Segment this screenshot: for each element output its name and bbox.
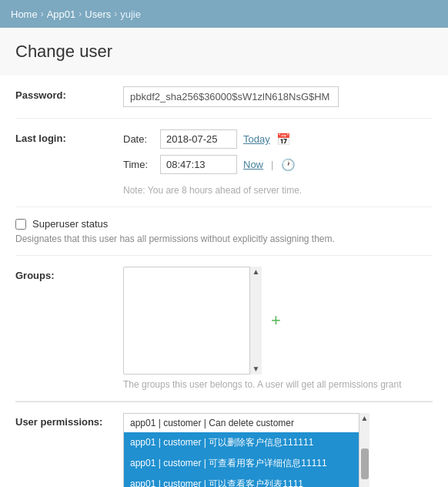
breadcrumb-sep-3: › xyxy=(114,8,117,19)
superuser-desc: Designates that this user has all permis… xyxy=(15,233,433,244)
groups-row: Groups: ▲ ▼ + The groups this user belon… xyxy=(15,256,433,401)
breadcrumb-bar: Home › App01 › Users › yujie xyxy=(0,0,448,28)
groups-label: Groups: xyxy=(15,267,123,281)
breadcrumb-current: yujie xyxy=(120,8,141,20)
time-row: Time: Now | 🕐 xyxy=(123,155,433,174)
time-input[interactable] xyxy=(160,155,237,174)
superuser-row: Superuser status Designates that this us… xyxy=(15,207,433,256)
groups-add-icon[interactable]: + xyxy=(271,311,281,331)
today-button[interactable]: Today xyxy=(243,133,270,145)
date-row: Date: Today 📅 xyxy=(123,129,433,149)
breadcrumb-home[interactable]: Home xyxy=(11,8,38,20)
perms-scroll-thumb xyxy=(361,448,369,479)
superuser-checkbox[interactable] xyxy=(15,219,26,230)
breadcrumb-app01[interactable]: App01 xyxy=(47,8,76,20)
permission-item[interactable]: app01 | customer | Can delete customer xyxy=(124,414,369,432)
user-permissions-label: User permissions: xyxy=(15,413,123,428)
page-title: Change user xyxy=(15,42,433,62)
date-time-block: Date: Today 📅 Time: Now | 🕐 Note: You ar… xyxy=(123,129,433,196)
groups-scroll-down[interactable]: ▼ xyxy=(252,365,260,373)
breadcrumb-sep-2: › xyxy=(79,8,82,19)
time-label: Time: xyxy=(123,159,154,170)
password-input[interactable] xyxy=(123,86,339,107)
permission-item[interactable]: app01 | customer | 可查看用客户详细信息11111 xyxy=(124,453,369,474)
password-label: Password: xyxy=(15,86,123,101)
groups-select-wrapper: ▲ ▼ xyxy=(123,267,262,374)
permission-item[interactable]: app01 | customer | 可以删除客户信息111111 xyxy=(124,432,369,453)
permissions-scrollbar[interactable]: ▲ ▼ xyxy=(359,413,369,487)
permission-item[interactable]: app01 | customer | 可以查看客户列表1111 xyxy=(124,474,369,487)
last-login-control: Date: Today 📅 Time: Now | 🕐 Note: You ar… xyxy=(123,129,433,196)
perms-scroll-up-button[interactable]: ▲ xyxy=(361,415,369,422)
server-time-note: Note: You are 8 hours ahead of server ti… xyxy=(123,185,433,196)
last-login-row: Last login: Date: Today 📅 Time: Now | 🕐 … xyxy=(15,119,433,207)
breadcrumb-sep-1: › xyxy=(41,8,44,19)
password-control xyxy=(123,86,433,107)
date-label: Date: xyxy=(123,133,154,145)
permissions-list: app01 | customer | Can delete customerap… xyxy=(123,413,369,487)
groups-control: ▲ ▼ + The groups this user belongs to. A… xyxy=(123,267,433,390)
clock-icon[interactable]: 🕐 xyxy=(281,158,296,172)
user-permissions-row: User permissions: app01 | customer | Can… xyxy=(15,402,433,487)
user-permissions-control: app01 | customer | Can delete customerap… xyxy=(123,413,433,487)
form-area: Password: Last login: Date: Today 📅 Time… xyxy=(0,76,448,487)
superuser-check-line: Superuser status xyxy=(15,218,433,230)
now-button[interactable]: Now xyxy=(243,159,263,170)
calendar-icon[interactable]: 📅 xyxy=(276,133,291,146)
superuser-label: Superuser status xyxy=(32,218,108,230)
groups-desc: The groups this user belongs to. A user … xyxy=(123,379,433,390)
date-input[interactable] xyxy=(160,129,237,149)
breadcrumb-users[interactable]: Users xyxy=(85,8,111,20)
groups-scroll-up[interactable]: ▲ xyxy=(252,268,260,276)
last-login-label: Last login: xyxy=(15,129,123,144)
groups-scroll-arrows: ▲ ▼ xyxy=(249,267,262,374)
permissions-list-container: app01 | customer | Can delete customerap… xyxy=(123,413,369,487)
groups-select[interactable] xyxy=(123,267,262,374)
password-row: Password: xyxy=(15,76,433,119)
